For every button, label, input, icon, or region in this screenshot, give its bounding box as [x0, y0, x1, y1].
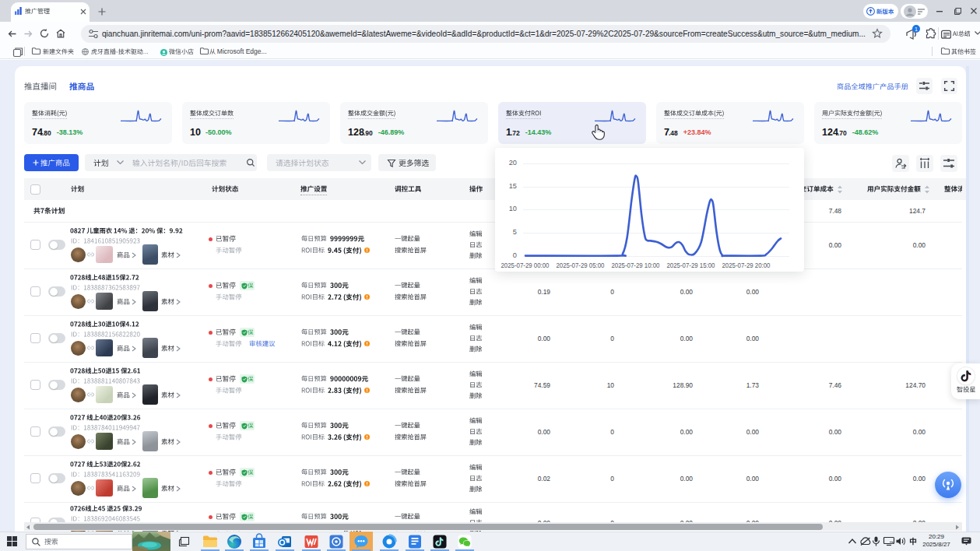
svg-text:1: 1	[915, 26, 918, 32]
